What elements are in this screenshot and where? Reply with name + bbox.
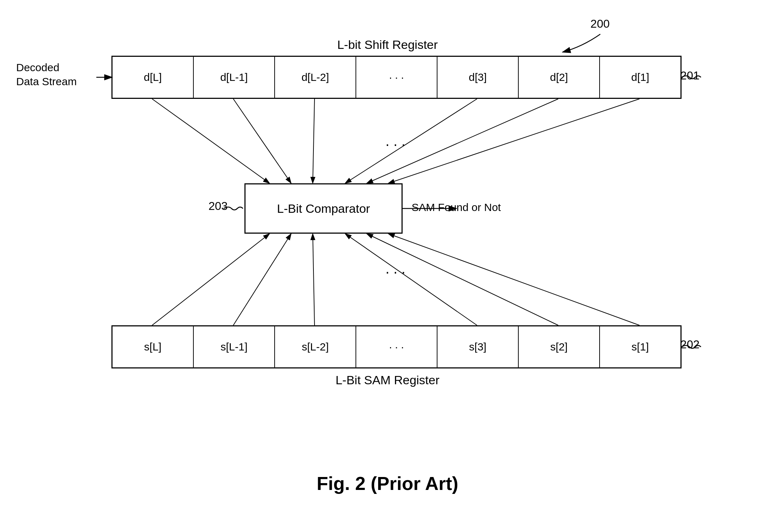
- shift-register-box: d[L] d[L-1] d[L-2] · · · d[3] d[2] d[1]: [111, 56, 682, 99]
- svg-line-8: [367, 99, 558, 183]
- svg-line-5: [233, 99, 291, 183]
- svg-line-6: [313, 99, 315, 183]
- ref-201: 201: [680, 69, 700, 82]
- ref-203: 203: [208, 200, 228, 213]
- diagram-container: 200 L-bit Shift Register Decoded Data St…: [0, 0, 775, 532]
- figure-label: Fig. 2 (Prior Art): [317, 473, 458, 494]
- shift-reg-cell-5: d[2]: [519, 57, 600, 98]
- svg-line-15: [388, 234, 639, 325]
- sam-found-label: SAM Found or Not: [412, 201, 501, 214]
- shift-reg-cell-1: d[L-1]: [194, 57, 275, 98]
- svg-line-7: [345, 99, 477, 183]
- shift-reg-cell-3: · · ·: [356, 57, 437, 98]
- sam-reg-cell-1: s[L-1]: [194, 326, 275, 367]
- sam-reg-cell-3: · · ·: [356, 326, 437, 367]
- sam-reg-cell-6: s[1]: [600, 326, 680, 367]
- shift-reg-cell-0: d[L]: [113, 57, 194, 98]
- ref-202: 202: [680, 338, 700, 351]
- svg-line-12: [313, 234, 315, 325]
- sam-reg-cell-0: s[L]: [113, 326, 194, 367]
- svg-line-10: [152, 234, 270, 325]
- sam-register-label: L-Bit SAM Register: [335, 373, 439, 387]
- svg-line-14: [367, 234, 558, 325]
- svg-line-4: [152, 99, 270, 183]
- sam-reg-cell-2: s[L-2]: [275, 326, 356, 367]
- shift-reg-cell-6: d[1]: [600, 57, 680, 98]
- svg-line-13: [345, 234, 477, 325]
- shift-reg-cell-2: d[L-2]: [275, 57, 356, 98]
- comparator-box: L-Bit Comparator: [244, 183, 403, 234]
- svg-line-11: [233, 234, 291, 325]
- decoded-data-stream-label: Decoded Data Stream: [16, 60, 77, 88]
- svg-text:· · ·: · · ·: [385, 264, 405, 280]
- shift-register-label: L-bit Shift Register: [337, 38, 438, 52]
- shift-reg-cell-4: d[3]: [437, 57, 519, 98]
- sam-register-box: s[L] s[L-1] s[L-2] · · · s[3] s[2] s[1]: [111, 325, 682, 368]
- sam-reg-cell-4: s[3]: [437, 326, 519, 367]
- svg-line-9: [388, 99, 639, 183]
- ref-200: 200: [591, 17, 610, 31]
- sam-reg-cell-5: s[2]: [519, 326, 600, 367]
- svg-text:· · ·: · · ·: [385, 136, 405, 152]
